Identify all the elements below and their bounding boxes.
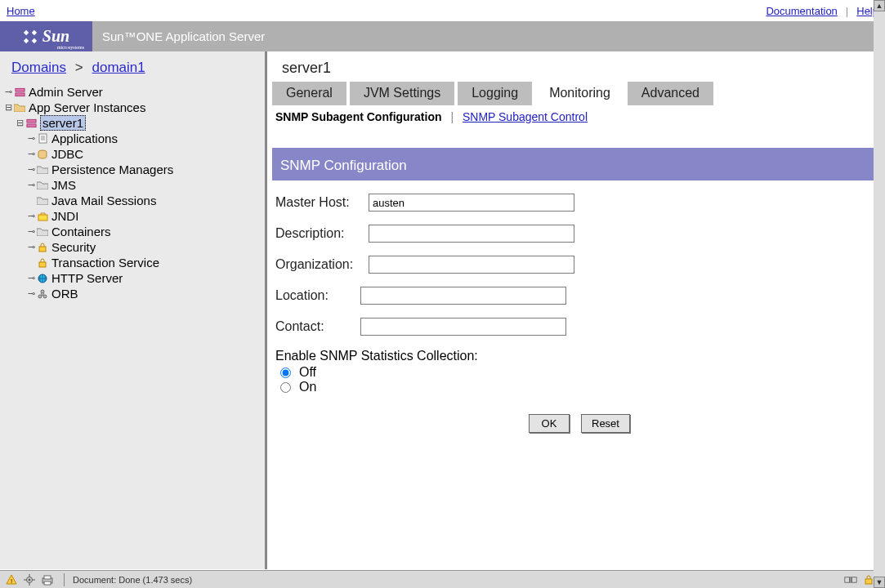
tree-app-server-instances[interactable]: ⊟ App Server Instances [3, 100, 258, 115]
tree-toggle-icon[interactable]: ⊸ [26, 211, 36, 221]
status-split-icon[interactable] [844, 574, 857, 586]
svg-point-17 [38, 295, 42, 298]
tree-jndi[interactable]: ⊸ JNDI [3, 208, 258, 224]
folder-icon [36, 227, 49, 236]
window-scrollbar[interactable]: ▲ ▼ [874, 0, 885, 588]
radio-on[interactable] [280, 382, 291, 393]
breadcrumb-domains[interactable]: Domains [11, 60, 66, 75]
home-link[interactable]: Home [7, 5, 35, 17]
svg-rect-13 [38, 215, 47, 220]
tree-http-server[interactable]: ⊸ HTTP Server [3, 270, 258, 286]
tree-label: Java Mail Sessions [51, 194, 156, 207]
tree-server1[interactable]: ⊟ server1 [3, 115, 258, 131]
enable-snmp-label: Enable SNMP Statistics Collection: [275, 349, 880, 363]
tree-label: Admin Server [29, 85, 103, 99]
master-host-label: Master Host: [275, 195, 369, 210]
location-input[interactable] [360, 287, 566, 305]
tab-jvm-settings[interactable]: JVM Settings [350, 82, 454, 105]
tree-label: JMS [51, 178, 76, 192]
tree-persistence[interactable]: ⊸ Persistence Managers [3, 162, 258, 177]
tree-toggle-icon[interactable]: ⊟ [3, 102, 13, 113]
tree-toggle-icon[interactable]: ⊸ [26, 149, 36, 159]
svg-rect-31 [852, 577, 857, 581]
tree-panel: Domains > domain1 ⊸ Admin Server ⊟ App S… [0, 51, 267, 569]
logo-text: Sun [42, 27, 69, 46]
subtabs: SNMP Subagent Configuration | SNMP Subag… [267, 105, 885, 128]
tree-toggle-icon[interactable]: ⊸ [26, 226, 36, 237]
contact-input[interactable] [360, 318, 566, 336]
tab-logging[interactable]: Logging [458, 82, 532, 105]
logo-subtext: microsystems [57, 45, 84, 50]
tree-toggle-icon[interactable]: ⊸ [26, 288, 36, 299]
tree-containers[interactable]: ⊸ Containers [3, 224, 258, 239]
statusbar: ! Document: Done (1.473 secs) [0, 570, 885, 588]
tree-label: Security [51, 240, 96, 254]
jndi-icon [36, 212, 49, 221]
organization-input[interactable] [369, 256, 574, 274]
tree-toggle-icon[interactable]: ⊸ [26, 242, 36, 252]
svg-rect-34 [865, 579, 872, 584]
tree-jdbc[interactable]: ⊸ JDBC [3, 146, 258, 162]
folder-icon [13, 103, 26, 112]
svg-rect-28 [44, 576, 51, 579]
svg-text:!: ! [11, 577, 12, 585]
breadcrumb-separator: > [75, 60, 83, 75]
tree-label: App Server Instances [29, 100, 145, 114]
tree-toggle-icon[interactable]: ⊸ [26, 180, 36, 190]
breadcrumb-domain1[interactable]: domain1 [92, 60, 145, 75]
tree-admin-server[interactable]: ⊸ Admin Server [3, 84, 258, 100]
master-host-input[interactable] [369, 194, 574, 212]
tree-applications[interactable]: ⊸ Applications [3, 131, 258, 146]
banner-title: Sun™ONE Application Server [92, 21, 885, 51]
svg-rect-5 [15, 92, 24, 96]
svg-rect-30 [845, 577, 850, 581]
svg-rect-14 [39, 247, 46, 252]
tree-label: Containers [51, 225, 111, 238]
tree-label: JNDI [51, 209, 78, 223]
tree-toggle-icon[interactable]: ⊸ [26, 273, 36, 283]
tree-java-mail[interactable]: Java Mail Sessions [3, 193, 258, 208]
topbar: Home Documentation | Help [0, 0, 885, 21]
document-icon [36, 133, 49, 144]
svg-rect-4 [15, 88, 24, 91]
tree: ⊸ Admin Server ⊟ App Server Instances ⊟ … [0, 84, 265, 301]
tree-security[interactable]: ⊸ Security [3, 239, 258, 255]
scroll-down-icon[interactable]: ▼ [874, 577, 885, 588]
topbar-separator: | [846, 5, 848, 17]
reset-button[interactable]: Reset [581, 414, 630, 433]
subtab-snmp-config[interactable]: SNMP Subagent Configuration [275, 110, 442, 123]
radio-on-label: On [299, 380, 316, 394]
svg-rect-7 [26, 123, 35, 127]
tree-label: server1 [40, 115, 86, 131]
svg-rect-1 [32, 29, 37, 34]
description-input[interactable] [369, 225, 574, 243]
tabs: General JVM Settings Logging Monitoring … [267, 82, 885, 105]
folder-icon [36, 180, 49, 189]
tree-toggle-icon[interactable]: ⊸ [26, 133, 36, 144]
tab-general[interactable]: General [272, 82, 346, 105]
tree-jms[interactable]: ⊸ JMS [3, 177, 258, 193]
globe-icon [36, 274, 49, 283]
statusbar-separator [64, 573, 65, 586]
svg-point-22 [29, 578, 31, 581]
tab-advanced[interactable]: Advanced [628, 82, 713, 105]
ok-button[interactable]: OK [529, 414, 570, 433]
documentation-link[interactable]: Documentation [766, 5, 837, 17]
tree-transaction[interactable]: Transaction Service [3, 255, 258, 270]
tree-orb[interactable]: ⊸ ORB [3, 286, 258, 301]
tree-toggle-icon[interactable]: ⊟ [15, 118, 25, 128]
organization-label: Organization: [275, 257, 369, 272]
svg-point-19 [41, 290, 44, 293]
tree-toggle-icon[interactable]: ⊸ [3, 87, 13, 97]
server-icon [13, 87, 26, 97]
svg-rect-3 [32, 38, 37, 42]
scroll-up-icon[interactable]: ▲ [874, 0, 885, 11]
radio-off[interactable] [280, 368, 291, 378]
location-label: Location: [275, 288, 360, 303]
orb-icon [36, 289, 49, 299]
statusbar-text: Document: Done (1.473 secs) [69, 575, 844, 585]
subtab-snmp-control[interactable]: SNMP Subagent Control [463, 110, 588, 123]
sun-logo: Sun microsystems [0, 21, 92, 51]
tree-toggle-icon[interactable]: ⊸ [26, 164, 36, 175]
tab-monitoring[interactable]: Monitoring [535, 82, 624, 105]
